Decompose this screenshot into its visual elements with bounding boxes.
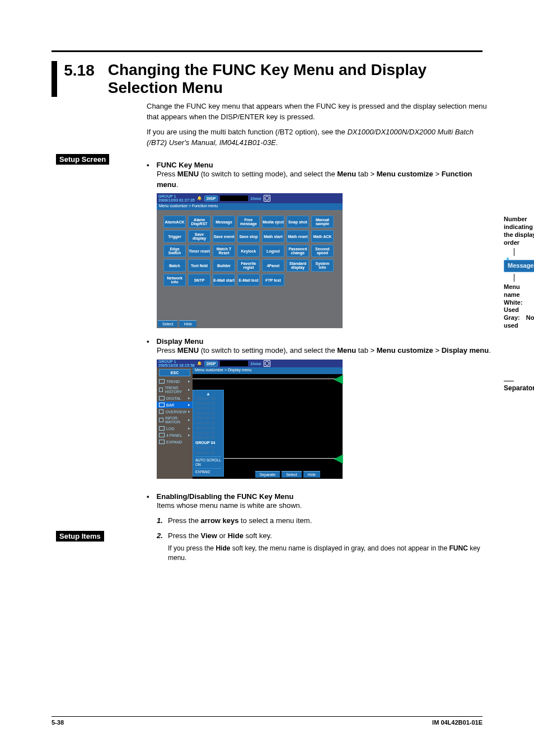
display-list-item[interactable]: TREND HISTORY ▸ bbox=[157, 385, 193, 395]
func-menu-button[interactable]: Edge Switch bbox=[163, 245, 186, 257]
display-menu-head: • Display Menu bbox=[147, 337, 494, 346]
func-menu-button[interactable]: Media eject bbox=[262, 216, 284, 228]
func-menu-button[interactable]: Batch bbox=[163, 259, 186, 272]
func-menu-button[interactable]: Save event bbox=[213, 230, 235, 242]
intro-text-1: Change the FUNC key menu that appears wh… bbox=[147, 101, 494, 123]
doc-id: IM 04L42B01-01E bbox=[432, 719, 483, 726]
func-menu-button[interactable]: Manual sample bbox=[311, 216, 334, 228]
func-menu-button[interactable]: Logout bbox=[262, 245, 284, 257]
callout-white: White: Used bbox=[504, 299, 523, 314]
group-option[interactable]: GROUP 26 bbox=[195, 402, 221, 407]
disp-button[interactable]: DISP bbox=[204, 195, 218, 202]
page-number: 5-38 bbox=[51, 719, 64, 726]
group-option[interactable]: GROUP 25 bbox=[195, 396, 221, 402]
display-list-item[interactable]: EXPAND bbox=[157, 438, 193, 445]
display-list-item[interactable]: INFOR-MATION ▸ bbox=[157, 415, 193, 425]
group-option[interactable]: GROUP 35 bbox=[195, 446, 221, 451]
func-menu-button[interactable]: E-Mail start bbox=[213, 274, 235, 286]
func-menu-button[interactable]: System info bbox=[311, 259, 334, 272]
group-option[interactable]: GROUP 31 bbox=[195, 426, 221, 431]
display-list-item[interactable]: DIGITAL ▸ bbox=[157, 395, 193, 402]
soft-select[interactable]: Select bbox=[282, 471, 301, 478]
display-menu-screenshot: GROUP 12005/10/28 18:15:58 🔔 DISP 1hour … bbox=[157, 360, 343, 479]
func-menu-button[interactable]: Network info bbox=[163, 274, 186, 286]
clock-icon bbox=[264, 195, 270, 202]
func-menu-button[interactable]: Text field bbox=[188, 259, 210, 272]
func-menu-button[interactable]: Alarm DispRST bbox=[188, 216, 210, 228]
section-title: Changing the FUNC Key Menu and Display S… bbox=[108, 61, 483, 97]
display-list-item[interactable]: OVERVIEW ▸ bbox=[157, 408, 193, 415]
group-option[interactable]: GROUP 29 bbox=[195, 416, 221, 421]
alarm-icon: 🔔 bbox=[197, 361, 202, 366]
callout-gray: Gray: Not used bbox=[504, 314, 534, 329]
callout-menu-name: Menu name bbox=[504, 283, 520, 298]
step-2-note: If you press the Hide soft key, the menu… bbox=[168, 544, 494, 563]
func-key-menu-head: • FUNC Key Menu bbox=[147, 161, 494, 169]
func-menu-button[interactable]: Password change bbox=[287, 245, 309, 257]
display-list-item[interactable]: LOG ▸ bbox=[157, 425, 193, 432]
breadcrumb: Menu customize > Function menu bbox=[157, 203, 343, 210]
intro-text-2: If you are using the multi batch functio… bbox=[147, 127, 494, 148]
step-1: 1.Press the arrow keys to select a menu … bbox=[157, 516, 494, 526]
func-menu-button[interactable]: Timer reset bbox=[188, 245, 210, 257]
func-menu-button[interactable]: AlarmACK bbox=[163, 216, 186, 228]
func-menu-button[interactable]: Keylock bbox=[237, 245, 260, 257]
group-option[interactable]: GROUP 36 bbox=[195, 451, 221, 456]
setup-screen-label: Setup Screen bbox=[56, 154, 109, 165]
callout-message-button: Message bbox=[504, 260, 534, 272]
func-menu-button[interactable]: Math start bbox=[262, 230, 284, 242]
func-menu-button[interactable]: Second speed bbox=[311, 245, 334, 257]
setup-items-label: Setup Items bbox=[56, 531, 104, 542]
group-option[interactable]: EXPAND bbox=[195, 468, 221, 474]
soft-select[interactable]: Select bbox=[158, 320, 177, 327]
enable-sub: Items whose menu name is white are shown… bbox=[157, 501, 494, 511]
func-key-menu-instr: Press MENU (to switch to setting mode), … bbox=[157, 169, 494, 190]
soft-hide[interactable]: Hide bbox=[179, 320, 196, 327]
func-menu-button[interactable]: Math ACK bbox=[311, 230, 334, 242]
func-menu-button[interactable]: Snap shot bbox=[287, 216, 309, 228]
func-menu-button[interactable]: Free message bbox=[237, 216, 260, 228]
func-menu-button[interactable]: Builder bbox=[213, 259, 235, 272]
step-2: 2.Press the View or Hide soft key. bbox=[157, 531, 494, 542]
func-menu-button[interactable]: E-Mail test bbox=[237, 274, 260, 286]
func-menu-button[interactable]: Save display bbox=[188, 230, 210, 242]
soft-hide[interactable]: Hide bbox=[303, 471, 320, 478]
esc-button[interactable]: ESC bbox=[159, 369, 190, 376]
group-option[interactable]: GROUP 30 bbox=[195, 421, 221, 426]
group-option[interactable]: GROUP 28 bbox=[195, 412, 221, 417]
enable-head: • Enabling/Disabling the FUNC Key Menu bbox=[147, 492, 494, 501]
func-menu-screenshot: GROUP 12008/12/03 01:27:35 🔔 DISP 1hour … bbox=[157, 193, 343, 328]
group-option[interactable]: GROUP 34 bbox=[195, 441, 221, 446]
func-menu-button[interactable]: Math reset bbox=[287, 230, 309, 242]
section-number: 5.18 bbox=[64, 61, 95, 97]
group-option[interactable]: GROUP 32 bbox=[195, 431, 221, 436]
func-menu-button[interactable]: Favorite regist bbox=[237, 259, 260, 272]
func-menu-button[interactable]: SNTP bbox=[188, 274, 210, 286]
func-menu-button[interactable]: Message bbox=[213, 216, 235, 228]
func-menu-button[interactable]: Match T Reset bbox=[213, 245, 235, 257]
group-option[interactable]: AUTO SCROLL ON bbox=[195, 456, 221, 467]
alarm-icon: 🔔 bbox=[197, 196, 202, 200]
func-menu-button[interactable]: Save stop bbox=[237, 230, 260, 242]
func-menu-button[interactable]: FTP test bbox=[262, 274, 284, 286]
callout-separator: Separator bbox=[504, 384, 534, 392]
display-list-item[interactable]: 4 PANEL ▸ bbox=[157, 432, 193, 438]
clock-icon bbox=[264, 360, 270, 367]
breadcrumb: Menu customize > Display menu bbox=[193, 367, 343, 374]
soft-separate[interactable]: Separate bbox=[255, 471, 280, 478]
group-option[interactable]: GROUP 27 bbox=[195, 407, 221, 412]
disp-button[interactable]: DISP bbox=[204, 361, 218, 367]
display-list-item[interactable]: TREND ▸ bbox=[157, 378, 193, 385]
func-menu-button[interactable]: Standard display bbox=[287, 259, 309, 272]
display-menu-instr: Press MENU (to switch to setting mode), … bbox=[157, 346, 494, 356]
func-menu-button[interactable]: Trigger bbox=[163, 230, 186, 242]
display-list-item[interactable]: BAR ▸ bbox=[157, 402, 193, 408]
func-menu-button[interactable]: 4Panel bbox=[262, 259, 284, 272]
group-option[interactable]: GROUP 33 bbox=[195, 436, 221, 441]
callout-order: Number indicating the display order bbox=[504, 216, 534, 245]
